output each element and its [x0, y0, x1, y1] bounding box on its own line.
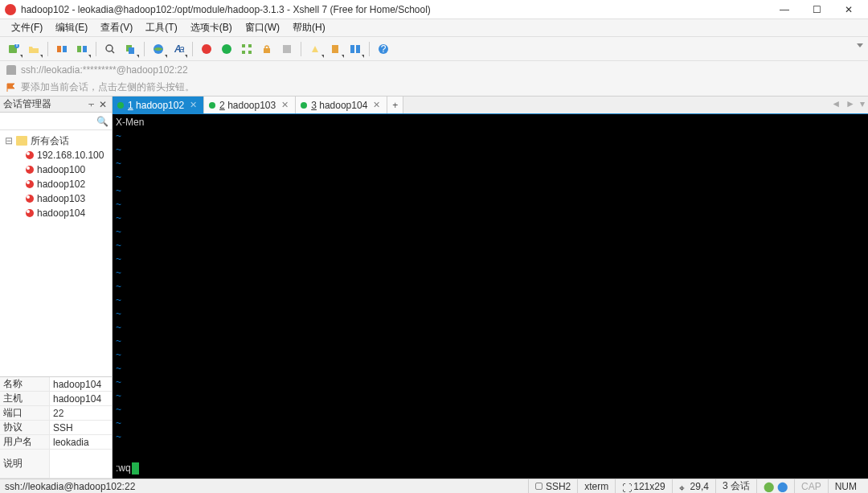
minimize-button[interactable]: ―	[768, 2, 800, 18]
prop-row: 端口22	[0, 406, 112, 421]
tab-list-icon[interactable]: ▾	[860, 98, 865, 109]
app-icon	[5, 4, 16, 15]
svg-rect-24	[356, 45, 360, 53]
connect-icon[interactable]	[53, 40, 71, 58]
terminal[interactable]: X-Men ~~~~~~~~~~~~~~~~~~~~~~~ :wq	[113, 114, 868, 479]
tab-next-icon[interactable]: ►	[845, 98, 855, 109]
lock-icon[interactable]	[258, 40, 276, 58]
tab-hadoop102[interactable]: 1 hadoop102 ✕	[113, 97, 204, 113]
terminal-empty-line: ~	[116, 362, 865, 376]
prop-label: 说明	[0, 450, 50, 478]
menu-edit[interactable]: 编辑(E)	[49, 19, 94, 36]
host-label: hadoop104	[37, 207, 85, 219]
copy-icon[interactable]	[121, 40, 139, 58]
terminal-empty-line: ~	[116, 253, 865, 266]
help-icon[interactable]: ?	[375, 40, 392, 58]
svg-rect-20	[264, 48, 270, 53]
host-icon	[26, 195, 34, 203]
menu-view[interactable]: 查看(V)	[94, 19, 139, 36]
tree-host[interactable]: hadoop102	[2, 177, 110, 191]
tree-host[interactable]: 192.168.10.100	[2, 148, 110, 162]
xftp-icon[interactable]	[218, 40, 235, 58]
terminal-empty-line: ~	[116, 225, 865, 239]
highlight-icon[interactable]	[306, 40, 324, 58]
maximize-button[interactable]: ☐	[800, 2, 833, 18]
terminal-empty-line: ~	[116, 266, 865, 280]
svg-point-14	[202, 44, 211, 54]
tab-hadoop103[interactable]: 2 hadoop103 ✕	[204, 97, 296, 113]
tree-host[interactable]: hadoop103	[2, 191, 110, 206]
search-icon[interactable]	[101, 40, 119, 58]
terminal-empty-line: ~	[116, 157, 865, 170]
search-small-icon: 🔍	[96, 116, 108, 127]
font-icon[interactable]: Aa	[170, 40, 187, 58]
terminal-empty-line: ~	[116, 129, 865, 143]
menu-window[interactable]: 窗口(W)	[239, 19, 286, 36]
status-cursor-pos: ⌖29,4	[672, 479, 715, 493]
status-term: xterm	[577, 479, 615, 493]
xshell-icon[interactable]	[198, 40, 215, 58]
svg-rect-21	[283, 45, 291, 53]
terminal-command-line: :wq	[116, 462, 139, 475]
terminal-empty-line: ~	[116, 389, 865, 403]
layout-icon[interactable]	[346, 40, 364, 58]
tab-prev-icon[interactable]: ◄	[831, 98, 841, 109]
svg-rect-4	[63, 46, 67, 52]
tab-close-icon[interactable]: ✕	[188, 100, 199, 110]
globe-icon[interactable]	[149, 40, 167, 58]
tab-bar: 1 hadoop102 ✕ 2 hadoop103 ✕ 3 hadoop104 …	[113, 97, 868, 114]
menu-tab[interactable]: 选项卡(B)	[184, 19, 239, 36]
tree-root-label: 所有会话	[31, 134, 69, 148]
paste-icon[interactable]	[326, 40, 344, 58]
sidebar-search[interactable]: 🔍	[0, 113, 112, 130]
pin-icon[interactable]: ⫟	[86, 99, 97, 110]
new-session-icon[interactable]: +	[5, 40, 23, 58]
prop-value	[50, 450, 112, 478]
fullscreen-icon[interactable]	[238, 40, 256, 58]
prop-value: 22	[50, 406, 112, 420]
properties-icon[interactable]	[278, 40, 296, 58]
tree-host[interactable]: hadoop100	[2, 162, 110, 177]
prop-value: hadoop104	[50, 377, 112, 391]
terminal-empty-line: ~	[116, 280, 865, 294]
prop-label: 用户名	[0, 435, 50, 449]
svg-rect-17	[248, 44, 252, 47]
sidebar-title: 会话管理器	[3, 97, 86, 111]
host-label: hadoop102	[37, 179, 85, 190]
terminal-empty-line: ~	[116, 143, 865, 157]
reconnect-icon[interactable]	[73, 40, 91, 58]
tab-nav: ◄ ► ▾	[831, 98, 865, 109]
open-icon[interactable]	[25, 40, 43, 58]
toolbar-overflow-icon[interactable]	[857, 43, 863, 47]
terminal-empty-line: ~	[116, 170, 865, 184]
terminal-empty-line: ~	[116, 212, 865, 225]
close-button[interactable]: ✕	[833, 2, 865, 18]
tree-host[interactable]: hadoop104	[2, 206, 110, 220]
status-sessions: 3 会话	[715, 479, 756, 493]
window-title: hadoop102 - leokadia@hadoop102:/opt/modu…	[21, 4, 768, 15]
tab-hadoop104[interactable]: 3 hadoop104 ✕	[296, 97, 387, 113]
terminal-empty-line: ~	[116, 335, 865, 348]
tab-close-icon[interactable]: ✕	[280, 100, 290, 110]
menu-file[interactable]: 文件(F)	[5, 19, 49, 36]
cursor-pos-icon: ⌖	[679, 483, 687, 491]
tree-root[interactable]: ⊟ 所有会话	[2, 134, 110, 148]
expand-icon[interactable]: ⊟	[5, 135, 13, 146]
host-icon	[26, 166, 34, 174]
host-icon	[26, 151, 34, 159]
terminal-empty-line: ~	[116, 294, 865, 307]
prop-value: hadoop104	[50, 392, 112, 405]
prop-value: SSH	[50, 421, 112, 434]
tab-add-button[interactable]: +	[387, 97, 403, 113]
panel-close-icon[interactable]: ✕	[97, 99, 108, 110]
prop-row: 说明	[0, 450, 112, 479]
terminal-empty-line: ~	[116, 321, 865, 335]
lock-small-icon	[6, 65, 16, 75]
terminal-empty-line: ~	[116, 198, 865, 212]
title-bar: hadoop102 - leokadia@hadoop102:/opt/modu…	[0, 0, 868, 19]
menu-tools[interactable]: 工具(T)	[139, 19, 183, 36]
tab-close-icon[interactable]: ✕	[371, 100, 382, 110]
menu-help[interactable]: 帮助(H)	[286, 19, 332, 36]
address-text: ssh://leokadia:*********@hadoop102:22	[21, 64, 188, 76]
menu-bar: 文件(F) 编辑(E) 查看(V) 工具(T) 选项卡(B) 窗口(W) 帮助(…	[0, 19, 868, 37]
